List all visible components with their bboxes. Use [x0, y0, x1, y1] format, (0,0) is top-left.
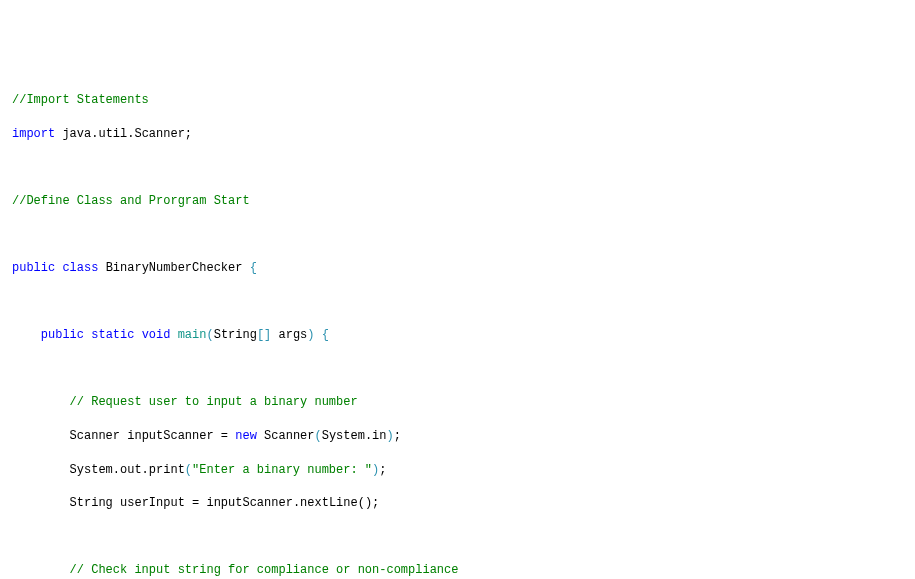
type-string: String — [214, 328, 257, 342]
keyword-public: public — [41, 328, 84, 342]
blank-line — [12, 529, 903, 546]
blank-line — [12, 159, 903, 176]
string-literal: "Enter a binary number: " — [192, 463, 372, 477]
text: Scanner — [257, 429, 315, 443]
brace: { — [250, 261, 257, 275]
text: = — [214, 429, 236, 443]
keyword-void: void — [142, 328, 171, 342]
code-line: // Check input string for compliance or … — [12, 562, 903, 579]
code-line: //Define Class and Prorgram Start — [12, 193, 903, 210]
var-name: userInput — [120, 496, 185, 510]
indent — [12, 463, 70, 477]
keyword-class: class — [62, 261, 98, 275]
code-line: import java.util.Scanner; — [12, 126, 903, 143]
keyword-import: import — [12, 127, 55, 141]
code-line: public static void main(String[] args) { — [12, 327, 903, 344]
keyword-new: new — [235, 429, 257, 443]
code-line: Scanner inputScanner = new Scanner(Syste… — [12, 428, 903, 445]
text — [98, 261, 105, 275]
comment: // Request user to input a binary number — [70, 395, 358, 409]
semi: ; — [379, 463, 386, 477]
paren: ( — [314, 429, 321, 443]
type-scanner: Scanner — [70, 429, 120, 443]
paren: ) — [387, 429, 394, 443]
indent — [12, 429, 70, 443]
system-in: System.in — [322, 429, 387, 443]
code-line: System.out.print("Enter a binary number:… — [12, 462, 903, 479]
blank-line — [12, 361, 903, 378]
method-call: .nextLine(); — [293, 496, 379, 510]
comment: // Check input string for compliance or … — [70, 563, 459, 577]
class-name: BinaryNumberChecker — [106, 261, 243, 275]
brackets: [] — [257, 328, 271, 342]
comment: //Define Class and Prorgram Start — [12, 194, 250, 208]
indent — [12, 395, 70, 409]
text — [315, 328, 322, 342]
text — [271, 328, 278, 342]
text: = inputScanner — [185, 496, 293, 510]
code-line: public class BinaryNumberChecker { — [12, 260, 903, 277]
code-line: String userInput = inputScanner.nextLine… — [12, 495, 903, 512]
indent — [12, 328, 41, 342]
indent — [12, 496, 70, 510]
brace: { — [322, 328, 329, 342]
keyword-static: static — [91, 328, 134, 342]
blank-line — [12, 294, 903, 311]
import-package: java.util.Scanner; — [55, 127, 192, 141]
paren: ( — [206, 328, 213, 342]
text — [170, 328, 177, 342]
paren: ) — [307, 328, 314, 342]
indent — [12, 563, 70, 577]
code-line: // Request user to input a binary number — [12, 394, 903, 411]
param-args: args — [279, 328, 308, 342]
type-string: String — [70, 496, 113, 510]
var-name: inputScanner — [127, 429, 213, 443]
system-out: System.out.print — [70, 463, 185, 477]
method-name: main — [178, 328, 207, 342]
code-editor[interactable]: //Import Statements import java.util.Sca… — [12, 75, 903, 579]
blank-line — [12, 226, 903, 243]
semi: ; — [394, 429, 401, 443]
code-line: //Import Statements — [12, 92, 903, 109]
text — [242, 261, 249, 275]
text — [134, 328, 141, 342]
comment: //Import Statements — [12, 93, 149, 107]
keyword-public: public — [12, 261, 55, 275]
paren: ( — [185, 463, 192, 477]
text — [113, 496, 120, 510]
